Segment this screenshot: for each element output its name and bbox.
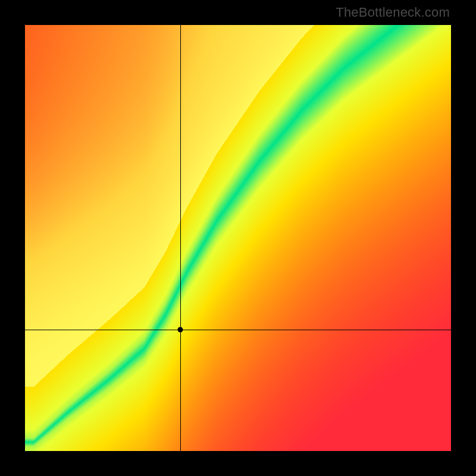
watermark-text: TheBottleneck.com — [336, 5, 450, 20]
plot-area — [25, 25, 451, 451]
crosshair-horizontal — [25, 330, 451, 330]
crosshair-vertical — [180, 25, 181, 451]
chart-container: TheBottleneck.com — [0, 0, 476, 476]
data-point-marker — [178, 327, 183, 332]
heatmap-canvas — [25, 25, 451, 451]
